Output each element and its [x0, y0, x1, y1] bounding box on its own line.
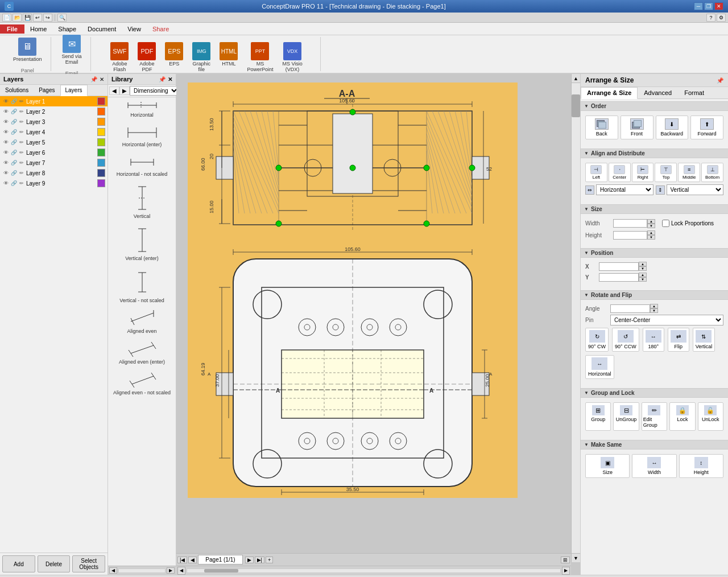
lock-btn[interactable]: 🔒 Lock [669, 402, 695, 431]
distribute-h-select[interactable]: Horizontal [596, 184, 653, 195]
scroll-right-btn[interactable]: ▶ [167, 567, 175, 574]
restore-button[interactable]: ❐ [704, 2, 713, 10]
tab-arrange-size[interactable]: Arrange & Size [581, 87, 638, 99]
page-add-btn[interactable]: + [266, 557, 273, 563]
make-same-height-btn[interactable]: ↕ Height [679, 454, 723, 478]
ungroup-btn[interactable]: ⊟ UnGroup [613, 402, 639, 431]
height-up-btn[interactable]: ▲ [647, 230, 655, 235]
lib-back-btn[interactable]: ◀ [109, 86, 119, 95]
align-center-btn[interactable]: ⬝ Center [609, 163, 631, 182]
add-layer-button[interactable]: Add [2, 555, 35, 572]
width-up-btn[interactable]: ▲ [647, 219, 655, 224]
list-item[interactable]: Aligned even - not scaled [110, 372, 173, 395]
html-btn[interactable]: HTML HTML [216, 39, 242, 70]
position-section-header[interactable]: ▼ Position [581, 248, 728, 258]
presentation-btn[interactable]: 🖥 Presentation [9, 35, 46, 65]
rotate-90cw-btn[interactable]: ↻ 90° CW [585, 328, 609, 352]
drawing-canvas[interactable]: A-A [188, 83, 518, 498]
flip-vertical-btn[interactable]: ⇅ Vertical [693, 328, 715, 352]
hscroll-left-btn[interactable]: ◀ [177, 567, 185, 575]
settings-btn[interactable]: ⚙ [717, 14, 726, 22]
canvas-vscroll[interactable]: ▲ ▼ [571, 74, 580, 562]
layer-row[interactable]: 👁 🔗 ✏ Layer 2 [0, 106, 107, 117]
back-btn[interactable]: Back [585, 116, 618, 139]
hscroll-right-btn[interactable]: ▶ [562, 567, 570, 575]
menu-file[interactable]: File [0, 24, 24, 34]
front-btn[interactable]: Front [621, 116, 653, 139]
canvas-area[interactable]: ▲ ▼ A-A [176, 74, 580, 575]
scroll-up-btn[interactable]: ▲ [572, 74, 580, 83]
menu-home[interactable]: Home [24, 24, 52, 34]
backward-btn[interactable]: ⬇ Backward [656, 116, 689, 139]
ms-ppt-btn[interactable]: PPT MSPowerPoint [243, 39, 277, 76]
layer-row[interactable]: 👁 🔗 ✏ Layer 6 [0, 147, 107, 158]
size-section-header[interactable]: ▼ Size [581, 204, 728, 214]
page-prev-btn[interactable]: ◀ [188, 557, 197, 563]
adobe-pdf-btn[interactable]: PDF AdobePDF [134, 39, 160, 76]
list-item[interactable]: Vertical (enter) [110, 226, 173, 261]
adobe-flash-btn[interactable]: SWF AdobeFlash [106, 39, 133, 76]
tab-advanced[interactable]: Advanced [638, 87, 678, 98]
new-btn[interactable]: 📄 [2, 14, 11, 22]
close-button[interactable]: ✕ [714, 2, 723, 10]
menu-view[interactable]: View [122, 24, 147, 34]
pin-select[interactable]: Center-Center [610, 315, 723, 325]
menu-document[interactable]: Document [82, 24, 122, 34]
tab-pages[interactable]: Pages [34, 85, 60, 96]
graphic-btn[interactable]: IMG Graphicfile [188, 39, 214, 76]
search-btn[interactable]: 🔍 [57, 14, 67, 22]
redo-btn[interactable]: ↪ [43, 14, 52, 22]
layer-row[interactable]: 👁 🔗 ✏ Layer 3 [0, 117, 107, 127]
layer-row[interactable]: 👁 🔗 ✏ Layer 7 [0, 158, 107, 168]
layers-pin-icon[interactable]: 📌 [90, 76, 97, 83]
angle-up-btn[interactable]: ▲ [650, 304, 658, 308]
rotate-180-btn[interactable]: ↔ 180° [643, 328, 664, 352]
group-lock-section-header[interactable]: ▼ Group and Lock [581, 388, 728, 398]
layer-row[interactable]: 👁 🔗 ✏ Layer 9 [0, 178, 107, 188]
align-middle-btn[interactable]: ≡ Middle [678, 163, 700, 182]
layer-row[interactable]: 👁 🔗 ✏ Layer 4 [0, 127, 107, 137]
rotate-90ccw-btn[interactable]: ↺ 90° CCW [612, 328, 639, 352]
layer-row[interactable]: 👁 🔗 ✏ Layer 5 [0, 137, 107, 147]
y-up-btn[interactable]: ▲ [639, 273, 647, 277]
make-same-section-header[interactable]: ▼ Make Same [581, 440, 728, 450]
list-item[interactable]: Horizontal [110, 100, 173, 118]
open-btn[interactable]: 📂 [13, 14, 22, 22]
save-btn[interactable]: 💾 [23, 14, 32, 22]
x-input[interactable]: 83.4 mm [599, 262, 639, 271]
flip-btn[interactable]: ⇄ Flip [668, 328, 689, 352]
order-section-header[interactable]: ▼ Order [581, 101, 728, 111]
tab-layers[interactable]: Layers [60, 85, 88, 96]
unlock-btn[interactable]: 🔓 UnLock [698, 402, 723, 431]
layers-close-icon[interactable]: ✕ [100, 76, 104, 83]
scroll-left-btn[interactable]: ◀ [109, 567, 117, 574]
tab-solutions[interactable]: Solutions [0, 85, 34, 96]
eps-btn[interactable]: EPS EPS [161, 39, 187, 70]
menu-share[interactable]: Share [147, 24, 175, 34]
library-scrollbar[interactable]: ◀ ▶ [108, 566, 176, 575]
layer-row[interactable]: 👁 🔗 ✏ Layer 1 [0, 96, 107, 106]
lib-forward-btn[interactable]: ▶ [119, 86, 130, 95]
height-input[interactable]: 13.7 mm [613, 231, 647, 240]
height-down-btn[interactable]: ▼ [647, 235, 655, 240]
align-section-header[interactable]: ▼ Align and Distribute [581, 149, 728, 158]
page-tab-1[interactable]: Page1 (1/1) [198, 555, 242, 564]
angle-down-btn[interactable]: ▼ [650, 308, 658, 313]
list-item[interactable]: Vertical [110, 184, 173, 219]
flip-horizontal-btn[interactable]: ↔ Horizontal [585, 355, 614, 379]
align-left-btn[interactable]: ⊣ Left [585, 163, 607, 182]
y-input[interactable]: 37.6 mm [599, 273, 639, 282]
lock-proportions-checkbox[interactable] [662, 220, 669, 227]
page-first-btn[interactable]: |◀ [177, 557, 187, 563]
arrange-pin-icon[interactable]: 📌 [717, 77, 723, 84]
make-same-width-btn[interactable]: ↔ Width [632, 454, 676, 478]
tab-format[interactable]: Format [678, 87, 710, 98]
scroll-vtrack[interactable] [572, 83, 580, 553]
library-close-icon[interactable]: ✕ [168, 76, 172, 83]
send-email-btn[interactable]: ✉ Send viaEmail [58, 32, 86, 68]
angle-input[interactable]: 0.00 deg [610, 304, 650, 313]
width-down-btn[interactable]: ▼ [647, 224, 655, 228]
list-item[interactable]: Vertical - not scaled [110, 268, 173, 303]
x-down-btn[interactable]: ▼ [639, 266, 647, 271]
align-right-btn[interactable]: ⊢ Right [632, 163, 654, 182]
